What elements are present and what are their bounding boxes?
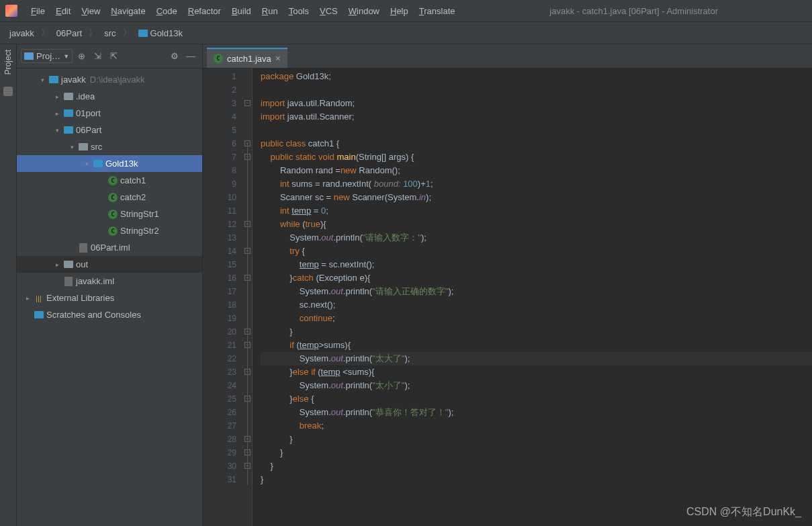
project-view-selector[interactable]: Proj… ▼: [21, 49, 73, 63]
screen-icon: [24, 52, 34, 60]
menu-run[interactable]: Run: [257, 4, 283, 18]
class-icon: [107, 226, 119, 236]
structure-tool-icon[interactable]: [3, 87, 13, 96]
tree-javakk[interactable]: ▾javakkD:\idea\javakk: [17, 71, 202, 88]
tree--idea[interactable]: ▸.idea: [17, 88, 202, 105]
fold-icon: [77, 143, 89, 150]
tree-catch1[interactable]: catch1: [17, 172, 202, 189]
crumb-src[interactable]: src: [100, 26, 120, 40]
breadcrumb-bar: javakk〉06Part〉src〉Gold13k: [0, 22, 812, 44]
fold-icon: [62, 93, 75, 100]
editor-tabs: catch1.java ×: [203, 44, 812, 69]
tool-window-stripe: Project: [0, 44, 17, 526]
editor-area: catch1.java × 123456▶7▶89101112131415161…: [203, 44, 812, 526]
menu-translate[interactable]: Translate: [414, 4, 461, 18]
class-icon: [107, 210, 119, 219]
tree-out[interactable]: ▸out: [17, 256, 202, 273]
menu-navigate[interactable]: Navigate: [105, 4, 150, 18]
watermark: CSDN @不知名DunKk_: [686, 505, 801, 519]
class-icon: [214, 54, 223, 63]
scr-icon: [33, 311, 45, 318]
app-logo-icon: [5, 5, 17, 17]
class-icon: [107, 176, 119, 185]
menu-vcs[interactable]: VCS: [314, 4, 343, 18]
class-icon: [107, 193, 119, 202]
mod-icon: [48, 76, 60, 83]
fold-icon: [62, 261, 75, 268]
project-tool-button[interactable]: Project: [3, 50, 13, 75]
tree-01port[interactable]: ▸01port: [17, 105, 202, 122]
menu-file[interactable]: File: [26, 4, 50, 18]
menu-bar: FileEditViewNavigateCodeRefactorBuildRun…: [0, 0, 812, 22]
crumb-javakk[interactable]: javakk: [5, 26, 38, 40]
crumb-gold13k[interactable]: Gold13k: [134, 26, 187, 40]
expand-all-icon[interactable]: ⇲: [90, 49, 105, 64]
tab-catch1[interactable]: catch1.java ×: [207, 48, 287, 68]
menu-tools[interactable]: Tools: [283, 4, 314, 18]
menu-refactor[interactable]: Refactor: [183, 4, 226, 18]
hide-icon[interactable]: —: [183, 49, 198, 64]
gear-icon[interactable]: ⚙: [167, 49, 182, 64]
menu-edit[interactable]: Edit: [50, 4, 76, 18]
mod-icon: [62, 109, 75, 117]
chevron-down-icon: ▼: [63, 53, 69, 60]
tree-javakk-iml[interactable]: javakk.iml: [17, 273, 202, 290]
code-content[interactable]: package Gold13k;import java.util.Random;…: [253, 69, 812, 526]
collapse-all-icon[interactable]: ⇱: [106, 49, 121, 64]
menu-view[interactable]: View: [76, 4, 105, 18]
window-title: javakk - catch1.java [06Part] - Administ…: [549, 6, 718, 16]
tree-stringstr2[interactable]: StringStr2: [17, 222, 202, 239]
file-icon: [77, 243, 89, 253]
tree-06part-iml[interactable]: 06Part.iml: [17, 239, 202, 256]
crumb-06part[interactable]: 06Part: [52, 26, 86, 40]
file-icon: [62, 277, 75, 286]
line-gutter[interactable]: 123456▶7▶8910111213141516171819202122💡23…: [203, 69, 243, 526]
tree-external-libraries[interactable]: ▸⫼External Libraries: [17, 290, 202, 306]
fold-column[interactable]: −−−−−−−−−−−−−: [243, 69, 253, 526]
menu-window[interactable]: Window: [343, 4, 385, 18]
project-tree[interactable]: ▾javakkD:\idea\javakk▸.idea▸01port▾06Par…: [17, 69, 202, 526]
project-panel: Proj… ▼ ⊕ ⇲ ⇱ ⚙ — ▾javakkD:\idea\javakk▸…: [17, 44, 203, 526]
tree-gold13k[interactable]: ▾Gold13k: [17, 155, 202, 172]
tree-catch2[interactable]: catch2: [17, 189, 202, 206]
code-editor[interactable]: 123456▶7▶8910111213141516171819202122💡23…: [203, 69, 812, 526]
tree-src[interactable]: ▾src: [17, 138, 202, 155]
project-panel-header: Proj… ▼ ⊕ ⇲ ⇱ ⚙ —: [17, 44, 202, 69]
locate-icon[interactable]: ⊕: [74, 49, 89, 64]
menu-code[interactable]: Code: [151, 4, 183, 18]
pkg-icon: [92, 160, 104, 167]
menu-build[interactable]: Build: [226, 4, 257, 18]
close-tab-icon[interactable]: ×: [275, 53, 281, 64]
tree-scratches-and-consoles[interactable]: Scratches and Consoles: [17, 306, 202, 323]
tree-06part[interactable]: ▾06Part: [17, 122, 202, 138]
menu-help[interactable]: Help: [385, 4, 414, 18]
lib-icon: ⫼: [33, 293, 45, 304]
mod-icon: [62, 126, 75, 134]
tree-stringstr1[interactable]: StringStr1: [17, 206, 202, 222]
